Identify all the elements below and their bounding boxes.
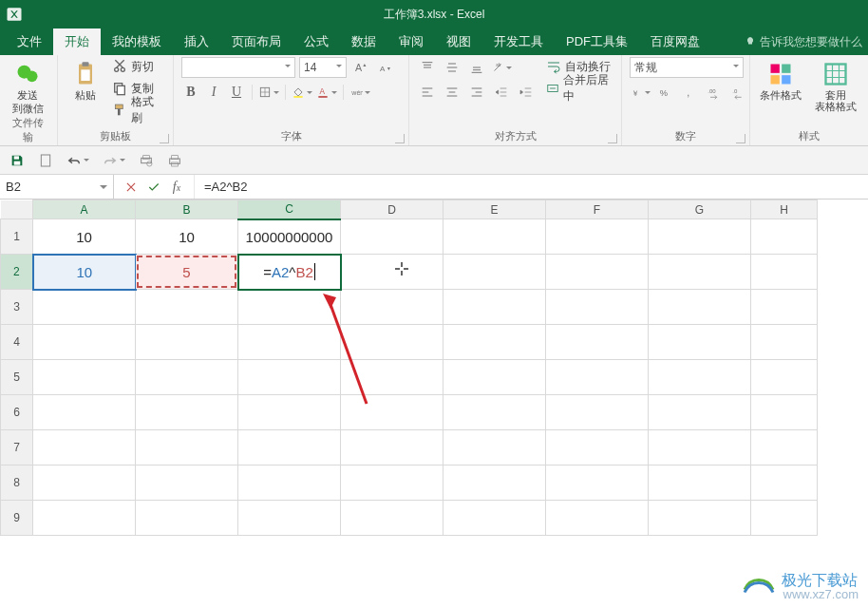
tab-view[interactable]: 视图 xyxy=(435,28,482,55)
cell[interactable] xyxy=(238,290,341,325)
row-header-1[interactable]: 1 xyxy=(1,219,33,255)
cell[interactable] xyxy=(136,395,238,430)
cell[interactable] xyxy=(136,360,238,395)
font-size-dropdown[interactable]: 14 xyxy=(299,57,347,78)
tab-formulas[interactable]: 公式 xyxy=(292,28,340,55)
cell[interactable] xyxy=(546,290,649,325)
cell[interactable] xyxy=(136,501,238,536)
col-header-C[interactable]: C xyxy=(238,200,341,219)
cell-F2[interactable] xyxy=(546,255,649,290)
paste-button[interactable]: 粘贴 xyxy=(66,57,105,101)
cell[interactable] xyxy=(546,325,649,360)
increase-indent-button[interactable] xyxy=(516,83,537,102)
tab-page-layout[interactable]: 页面布局 xyxy=(220,28,292,55)
cell[interactable] xyxy=(443,290,546,325)
row-header-7[interactable]: 7 xyxy=(1,430,33,466)
align-right-button[interactable] xyxy=(466,83,487,102)
redo-button[interactable] xyxy=(103,153,125,168)
cell[interactable] xyxy=(136,290,238,325)
cell-E1[interactable] xyxy=(443,219,546,255)
col-header-B[interactable]: B xyxy=(136,200,238,219)
dialog-launcher-icon[interactable] xyxy=(395,134,405,143)
cell[interactable] xyxy=(546,430,649,466)
cell[interactable] xyxy=(751,395,818,430)
cell[interactable] xyxy=(649,501,751,536)
formula-input[interactable]: =A2^B2 xyxy=(195,175,868,199)
row-header-6[interactable]: 6 xyxy=(1,395,33,430)
cell-C2[interactable]: =A2^B2 xyxy=(238,255,341,290)
tab-data[interactable]: 数据 xyxy=(340,28,387,55)
bold-button[interactable]: B xyxy=(181,85,200,100)
cell[interactable] xyxy=(341,395,443,430)
cell[interactable] xyxy=(33,290,136,325)
cell[interactable] xyxy=(443,360,546,395)
cell[interactable] xyxy=(751,430,818,466)
cell[interactable] xyxy=(341,360,443,395)
cell[interactable] xyxy=(238,501,341,536)
enter-formula-button[interactable] xyxy=(142,176,165,199)
select-all-corner[interactable] xyxy=(1,200,33,219)
comma-button[interactable]: , xyxy=(679,83,700,102)
font-color-button[interactable]: A xyxy=(316,83,337,102)
orientation-button[interactable]: ab xyxy=(491,58,512,77)
cell[interactable] xyxy=(546,501,649,536)
shrink-font-button[interactable]: A▼ xyxy=(375,58,396,77)
cell[interactable] xyxy=(751,360,818,395)
font-name-dropdown[interactable] xyxy=(181,57,295,78)
undo-button[interactable] xyxy=(66,153,89,168)
print-preview-button[interactable] xyxy=(139,153,154,168)
send-to-wechat-button[interactable]: 发送 到微信 xyxy=(8,57,47,114)
cell[interactable] xyxy=(33,430,136,466)
cell[interactable] xyxy=(33,501,136,536)
cell[interactable] xyxy=(751,325,818,360)
tell-me-search[interactable]: 告诉我您想要做什么 xyxy=(745,28,868,55)
cell[interactable] xyxy=(33,360,136,395)
row-header-5[interactable]: 5 xyxy=(1,360,33,395)
accounting-format-button[interactable]: ￥ xyxy=(630,83,651,102)
percent-button[interactable]: % xyxy=(654,83,675,102)
cell-B2[interactable]: 5 xyxy=(136,255,238,290)
row-header-2[interactable]: 2 xyxy=(1,255,33,290)
print-button[interactable] xyxy=(167,153,182,168)
cell[interactable] xyxy=(443,430,546,466)
align-middle-button[interactable] xyxy=(442,58,462,77)
tab-baidu-netdisk[interactable]: 百度网盘 xyxy=(639,28,711,55)
save-button[interactable] xyxy=(9,153,25,168)
underline-button[interactable]: U xyxy=(227,85,246,100)
cell[interactable] xyxy=(546,395,649,430)
col-header-F[interactable]: F xyxy=(546,200,649,219)
cell[interactable] xyxy=(33,325,136,360)
col-header-E[interactable]: E xyxy=(443,200,546,219)
cell-D1[interactable] xyxy=(341,219,443,255)
dialog-launcher-icon[interactable] xyxy=(736,134,745,143)
cell[interactable] xyxy=(751,466,818,501)
cell[interactable] xyxy=(443,466,546,501)
row-header-9[interactable]: 9 xyxy=(1,501,33,536)
align-bottom-button[interactable] xyxy=(466,58,487,77)
italic-button[interactable]: I xyxy=(204,85,223,100)
dialog-launcher-icon[interactable] xyxy=(608,134,617,143)
cell[interactable] xyxy=(238,430,341,466)
cell[interactable] xyxy=(546,466,649,501)
decrease-decimal-button[interactable]: .0 xyxy=(728,83,749,102)
grow-font-button[interactable]: A▲ xyxy=(350,58,371,77)
cell[interactable] xyxy=(546,360,649,395)
cell[interactable] xyxy=(341,290,443,325)
cell-A2[interactable]: 10 xyxy=(33,255,136,290)
col-header-H[interactable]: H xyxy=(751,200,818,219)
grid[interactable]: A B C D E F G H 1 10 10 10000000000 2 10… xyxy=(0,200,818,536)
cell[interactable] xyxy=(341,325,443,360)
merge-center-button[interactable]: 合并后居中 xyxy=(546,79,613,98)
cancel-formula-button[interactable] xyxy=(120,176,142,199)
cell-A1[interactable]: 10 xyxy=(33,219,136,255)
increase-decimal-button[interactable]: .00 xyxy=(704,83,725,102)
cell[interactable] xyxy=(649,395,751,430)
number-format-dropdown[interactable]: 常规 xyxy=(630,57,744,78)
cell[interactable] xyxy=(136,325,238,360)
cell-G2[interactable] xyxy=(649,255,751,290)
tab-home[interactable]: 开始 xyxy=(53,28,101,55)
align-left-button[interactable] xyxy=(417,83,438,102)
cell[interactable] xyxy=(649,360,751,395)
cell[interactable] xyxy=(443,325,546,360)
cell[interactable] xyxy=(443,501,546,536)
